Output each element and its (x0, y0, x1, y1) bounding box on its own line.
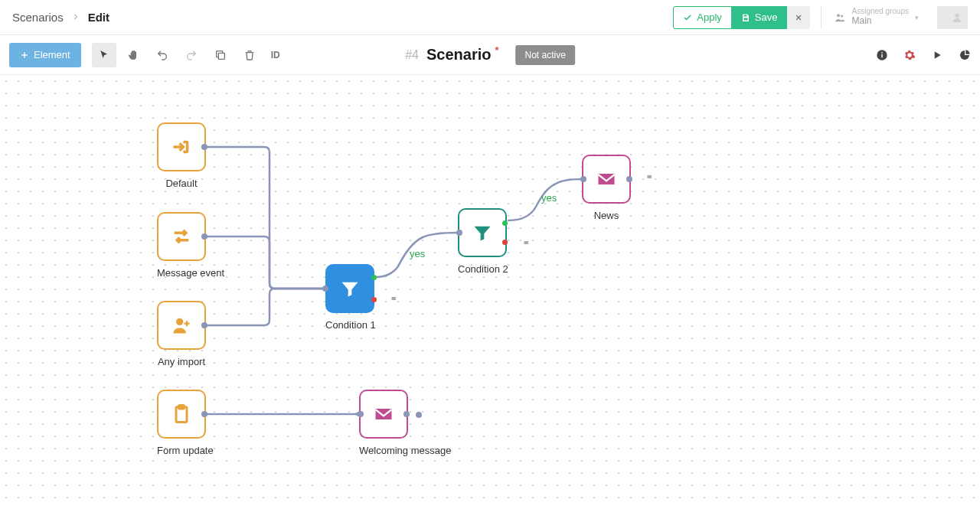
info-icon (876, 49, 888, 61)
users-icon (834, 11, 846, 24)
element-label: Element (34, 49, 70, 60)
apply-button[interactable]: Apply (673, 6, 732, 29)
header-bar: Scenarios Edit Apply Save Assigned group… (0, 0, 980, 35)
breadcrumb-root[interactable]: Scenarios (12, 11, 64, 24)
toolbar-right (876, 49, 971, 61)
info-button[interactable] (876, 49, 888, 61)
edge-label-yes-2: yes (541, 192, 557, 204)
scenario-number: #4 (405, 48, 419, 62)
unsaved-indicator: * (495, 44, 498, 56)
save-button[interactable]: Save (731, 6, 788, 29)
node-label: Message event (157, 267, 206, 279)
svg-point-2 (837, 14, 840, 17)
assigned-groups-text: Assigned groups Main (852, 8, 910, 26)
pie-chart-icon (959, 49, 971, 61)
assigned-groups-value: Main (852, 15, 910, 26)
chevron-right-icon (71, 11, 80, 24)
scenario-title: #4 Scenario * Not active (405, 45, 575, 65)
node-label: Any import (157, 356, 206, 367)
status-badge[interactable]: Not active (515, 45, 574, 65)
undo-button[interactable] (150, 43, 175, 67)
header-right: Apply Save Assigned groups Main ▾ (673, 6, 968, 29)
svg-point-4 (955, 13, 959, 17)
user-icon (951, 11, 963, 24)
flag-icon (522, 240, 531, 249)
svg-rect-7 (218, 53, 224, 59)
node-message-event[interactable]: Message event (157, 212, 206, 279)
swap-icon (171, 226, 192, 247)
svg-rect-10 (881, 52, 882, 53)
node-label: Condition 1 (325, 319, 374, 331)
check-icon (683, 13, 692, 22)
node-any-import[interactable]: Any import (157, 301, 206, 367)
flag-condition-2-no[interactable] (522, 240, 531, 251)
settings-button[interactable] (903, 49, 916, 61)
toolbar: Element ID #4 Scenario * Not active (0, 35, 980, 75)
play-icon (931, 49, 943, 61)
canvas[interactable]: yes yes Default Message event Any import (0, 75, 980, 509)
redo-icon (185, 49, 198, 61)
pointer-icon (98, 49, 110, 61)
clipboard-icon (171, 403, 192, 425)
node-welcoming-message[interactable]: Welcoming message (359, 390, 408, 456)
hand-tool[interactable] (121, 43, 145, 67)
assigned-groups-label: Assigned groups (852, 8, 910, 15)
scenario-name: Scenario (426, 46, 491, 63)
filter-icon (472, 222, 493, 243)
svg-point-3 (841, 15, 843, 17)
id-toggle-button[interactable]: ID (266, 43, 285, 67)
save-icon (741, 13, 750, 22)
close-button[interactable] (787, 6, 810, 29)
node-condition-1[interactable]: Condition 1 (325, 264, 374, 331)
user-avatar[interactable] (937, 6, 968, 29)
connections (0, 75, 980, 509)
stats-button[interactable] (959, 49, 971, 61)
svg-rect-9 (881, 54, 882, 57)
redo-button[interactable] (179, 43, 204, 67)
envelope-icon (596, 168, 617, 190)
node-news[interactable]: News (582, 155, 631, 221)
copy-icon (214, 49, 227, 61)
edge-label-yes-1: yes (410, 248, 425, 259)
envelope-icon (373, 403, 394, 425)
apply-label: Apply (697, 11, 722, 23)
flag-icon (645, 174, 655, 183)
pointer-tool[interactable] (92, 43, 116, 67)
node-label: Form update (157, 445, 206, 456)
flag-news-end[interactable] (645, 174, 655, 185)
close-icon (794, 13, 803, 22)
plus-icon (20, 51, 29, 60)
scenario-name-wrap[interactable]: Scenario * (426, 46, 491, 64)
user-plus-icon (171, 315, 192, 336)
node-condition-2[interactable]: Condition 2 (458, 208, 507, 275)
copy-button[interactable] (208, 43, 233, 67)
node-default[interactable]: Default (157, 122, 206, 189)
assigned-groups-dropdown[interactable]: Assigned groups Main ▾ (821, 6, 920, 29)
port-welcoming-out[interactable] (416, 412, 422, 418)
hand-icon (127, 49, 139, 61)
gear-icon (903, 49, 916, 61)
node-label: Welcoming message (359, 445, 408, 456)
save-button-group: Apply Save (673, 6, 809, 29)
flag-condition-1-no[interactable] (390, 295, 399, 307)
play-button[interactable] (931, 49, 943, 61)
flag-icon (390, 295, 399, 305)
node-label: News (582, 210, 631, 221)
node-label: Default (157, 178, 206, 189)
filter-icon (339, 278, 361, 299)
node-label: Condition 2 (458, 263, 507, 275)
enter-icon (171, 136, 192, 158)
breadcrumb-current: Edit (88, 11, 109, 24)
undo-icon (156, 49, 168, 61)
delete-button[interactable] (237, 43, 262, 67)
save-label: Save (755, 11, 778, 23)
add-element-button[interactable]: Element (9, 43, 81, 67)
node-form-update[interactable]: Form update (157, 390, 206, 456)
chevron-down-icon: ▾ (915, 14, 919, 21)
editor-tool-buttons: ID (92, 43, 285, 67)
trash-icon (243, 49, 256, 61)
svg-rect-13 (179, 405, 185, 409)
breadcrumb: Scenarios Edit (12, 11, 109, 24)
svg-point-11 (176, 318, 183, 325)
id-label: ID (271, 50, 280, 60)
